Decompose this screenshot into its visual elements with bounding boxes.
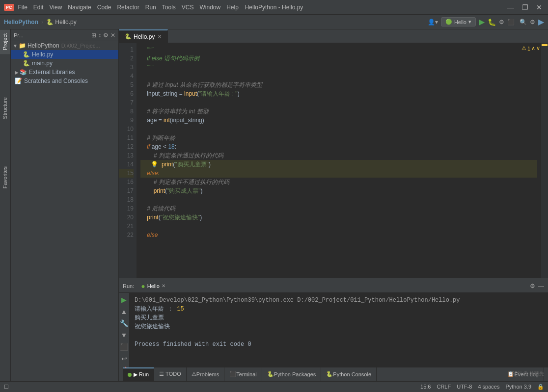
main-area: Project Structure Favorites Pr... ⊞ ↕ ⚙ … [0,29,548,381]
code-line-13: # 判定条件通过执行的代码 [140,151,537,160]
run-button[interactable]: ▶ [479,17,485,26]
collapse-all-icon[interactable]: ⊞ [91,32,96,39]
breadcrumb-project[interactable]: HelloPython [4,19,38,26]
bottom-tab-event-log[interactable]: 📋 Event Log [502,367,544,381]
tree-item-scratches[interactable]: 📝 Scratches and Consoles [11,77,118,85]
menu-code[interactable]: Code [97,4,111,11]
project-panel: Pr... ⊞ ↕ ⚙ ✕ ▼ 📁 HelloPython D:\002_Pro… [11,29,119,381]
tree-root[interactable]: ▼ 📁 HelloPython D:\002_Projec... [11,41,118,50]
problems-icon: ⚠ [192,371,196,377]
search-button[interactable]: 🔍 [520,19,527,26]
code-line-1: """ [140,45,537,54]
menu-view[interactable]: View [50,4,62,11]
editor-tab-hello[interactable]: 🐍 Hello.py ✕ [119,29,168,43]
menu-vcs[interactable]: VCS [182,4,194,11]
settings-button[interactable]: ⚙ [530,19,535,26]
run-scroll-down-icon[interactable]: ▼ [120,330,129,340]
run-output[interactable]: D:\001_Develop\022_Python\Python39\pytho… [130,293,548,367]
maximize-button[interactable]: ❐ [520,3,530,11]
run-controls: 👤▾ 🟢 Hello ▾ ▶ 🐛 ⚙ ⬛ 🔍 ⚙ ▶ [428,17,544,26]
statusbar-position[interactable]: 15:6 [420,384,431,390]
run-sidebar-buttons: ▶ ▲ 🔧 ▼ ⬛ ↩ 📌 ≡ 🗑 [119,293,130,367]
ide-icon: PC [4,4,14,11]
statusbar-line-ending[interactable]: CRLF [437,384,451,390]
run-tab-close-icon[interactable]: ✕ [162,283,165,288]
tab-close-icon[interactable]: ✕ [158,34,162,39]
menu-navigate[interactable]: Navigate [68,4,91,11]
expand-icon[interactable]: ↕ [98,32,101,39]
run-wrench-icon[interactable]: 🔧 [119,318,129,328]
tree-item-external-label: External Libraries [29,69,75,76]
statusbar-checkbox[interactable]: ☐ [4,384,9,390]
statusbar-encoding[interactable]: UTF-8 [457,384,472,390]
run-settings-icon[interactable]: ⚙ [530,283,535,289]
breadcrumb-file[interactable]: 🐍 Hello.py [46,19,77,26]
console-icon: 🐍 [326,371,333,377]
tab-file-icon: 🐍 [125,33,132,40]
coverage-button[interactable]: ⚙ [499,19,504,26]
code-line-21 [140,222,537,231]
project-header-icons: ⊞ ↕ ⚙ ✕ [91,32,115,39]
code-line-11: # 判断年龄 [140,133,537,142]
tree-item-main-label: main.py [32,60,53,67]
menu-edit[interactable]: Edit [33,4,44,11]
sidebar-tab-project[interactable]: Project [0,29,10,54]
stop-button[interactable]: ⬛ [507,19,515,26]
menu-refactor[interactable]: Refactor [117,4,139,11]
run-tab-hello[interactable]: ● Hello ✕ [138,282,168,290]
code-line-9: age = int(input_string) [140,116,537,125]
code-line-17: print("购买成人票") [140,186,537,195]
run-header: Run: ● Hello ✕ ⚙ — [119,279,548,293]
menu-window[interactable]: Window [199,4,220,11]
code-line-16: # 判定条件不通过执行的代码 [140,178,537,186]
menu-run[interactable]: Run [145,4,156,11]
run-scroll-up-icon[interactable]: ▲ [120,307,129,316]
gear-icon[interactable]: ⚙ [103,32,109,39]
breadcrumb-separator: › [41,19,43,26]
run-stop-icon[interactable]: ⬛ [119,342,129,352]
bottom-tab-terminal[interactable]: ⬛ Terminal [224,367,262,381]
code-line-5: # 通过 input 从命名行获取的都是字符串类型 [140,80,537,89]
code-content[interactable]: """ if else 语句代码示例 """ # 通过 input 从命名行获取… [137,43,541,278]
chevron-up-icon[interactable]: ∧ [531,45,535,52]
code-line-12: if age < 18: [140,142,537,151]
run-config-dot: 🟢 [445,19,452,25]
run-play-icon[interactable]: ▶ [120,295,128,305]
debug-button[interactable]: 🐛 [488,18,496,26]
bottom-tab-terminal-label: Terminal [236,371,257,377]
statusbar-indent[interactable]: 4 spaces [478,384,499,390]
terminal-icon: ⬛ [229,371,236,377]
menu-file[interactable]: File [18,4,27,11]
breadcrumb: HelloPython › 🐍 Hello.py [4,19,77,26]
close-panel-icon[interactable]: ✕ [110,32,115,39]
tree-item-hello[interactable]: 🐍 Hello.py [11,50,118,59]
project-tree: ▼ 📁 HelloPython D:\002_Projec... 🐍 Hello… [11,41,118,85]
bottom-content: ▶ ▲ 🔧 ▼ ⬛ ↩ 📌 ≡ 🗑 D:\001_Develop\022_Pyt… [119,293,548,367]
bottom-tab-run[interactable]: ▶ Run [123,367,154,381]
run-minimize-icon[interactable]: — [538,283,544,289]
close-button[interactable]: ✕ [534,3,544,11]
bottom-tabs-bar: ▶ Run ☰ TODO ⚠ Problems ⬛ Terminal 🐍 Pyt… [119,367,548,381]
ide-feature-button[interactable]: ▶ [538,17,544,26]
bottom-tab-python-packages[interactable]: 🐍 Python Packages [262,367,322,381]
bottom-tab-todo[interactable]: ☰ TODO [154,367,186,381]
tab-label-hello: Hello.py [134,33,155,40]
titlebar: PC File Edit View Navigate Code Refactor… [0,0,548,15]
sidebar-tab-structure[interactable]: Structure [0,93,10,123]
tree-item-main[interactable]: 🐍 main.py [11,59,118,68]
statusbar-python-version[interactable]: Python 3.9 [505,384,531,390]
run-config-button[interactable]: 🟢 Hello ▾ [441,17,476,26]
tree-item-external[interactable]: ▶ 📚 External Libraries [11,68,118,77]
run-rerun-icon[interactable]: ↩ [120,354,128,364]
chevron-down-icon-warn[interactable]: ∨ [536,45,540,52]
bottom-tab-packages-label: Python Packages [274,371,316,377]
menu-tools[interactable]: Tools [162,4,176,11]
bottom-tab-problems[interactable]: ⚠ Problems [187,367,224,381]
menu-help[interactable]: Help [226,4,239,11]
minimize-button[interactable]: — [505,3,516,11]
editor-area: 🐍 Hello.py ✕ 12345 678910 1112131415 161… [119,29,548,278]
code-area-wrap: 12345 678910 1112131415 1617181920 2122 … [119,43,548,278]
bottom-tab-python-console[interactable]: 🐍 Python Console [321,367,377,381]
user-icon[interactable]: 👤▾ [428,19,438,26]
sidebar-tab-favorites[interactable]: Favorites [0,162,10,192]
